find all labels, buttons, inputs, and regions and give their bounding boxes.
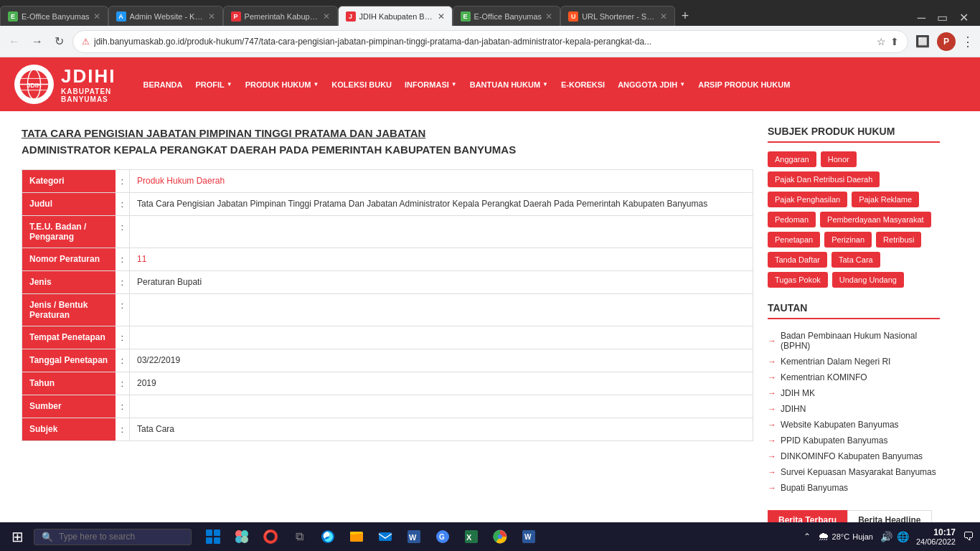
tag-honor[interactable]: Honor	[821, 151, 857, 167]
taskbar-app-chrome-g[interactable]: G	[430, 524, 456, 545]
tag-undang-undang[interactable]: Undang Undang	[832, 272, 904, 288]
nav-profil[interactable]: PROFIL ▼	[189, 76, 237, 93]
taskbar-right: ⌃ 🌧 28°C Hujan 🔊 🌐 10:17 24/06/2022 🗨	[804, 527, 974, 545]
link-bupati[interactable]: Bupati Banyumas	[781, 483, 848, 493]
field-value-judul: Tata Cara Pengisian Jabatan Pimpinan Tin…	[130, 193, 753, 216]
tab-title-6: URL Shortener - Shor...	[582, 12, 656, 21]
taskbar-app-files[interactable]	[344, 524, 369, 545]
field-value-subjek: Tata Cara	[130, 418, 753, 441]
extensions-button[interactable]: 🔲	[915, 34, 930, 48]
tag-anggaran[interactable]: Anggaran	[768, 151, 816, 167]
taskbar-app-word[interactable]: W	[401, 524, 427, 545]
start-button[interactable]: ⊞	[6, 525, 29, 545]
link-website-banyumas[interactable]: Website Kabupaten Banyumas	[781, 420, 899, 430]
table-row: Nomor Peraturan : 11	[22, 248, 753, 271]
tab-close-3[interactable]: ✕	[323, 11, 330, 22]
kategori-link[interactable]: Produk Hukum Daerah	[137, 176, 225, 186]
browser-tab-3[interactable]: P Pemerintah Kabupate... ✕	[223, 6, 338, 26]
nomor-link[interactable]: 11	[137, 254, 146, 264]
tag-tugas-pokok[interactable]: Tugas Pokok	[768, 272, 828, 288]
restore-button[interactable]: ▭	[933, 9, 952, 26]
taskbar-app-colorful[interactable]	[229, 524, 255, 545]
nav-bantuan-hukum[interactable]: BANTUAN HUKUM ▼	[464, 76, 554, 93]
link-kemendagri[interactable]: Kementrian Dalam Negeri RI	[781, 357, 890, 367]
forward-button[interactable]: →	[29, 32, 46, 51]
table-row: Tanggal Penetapan : 03/22/2019	[22, 349, 753, 372]
nav-arsip-produk-hukum[interactable]: ARSIP PRODUK HUKUM	[692, 76, 796, 93]
tag-perizinan[interactable]: Perizinan	[824, 232, 872, 248]
tag-pemberdayaan[interactable]: Pemberdayaan Masyarakat	[820, 212, 931, 227]
chrome-g-icon: G	[435, 529, 451, 545]
minimize-button[interactable]: ─	[913, 10, 930, 26]
list-item: → PPID Kabupaten Banyumas	[768, 433, 940, 448]
network-icon[interactable]: 🌐	[897, 531, 909, 542]
browser-tab-2[interactable]: A Admin Website - Kabu... ✕	[108, 6, 223, 26]
chevron-icon[interactable]: ⌃	[804, 532, 811, 542]
logo-circle: JDIH	[14, 65, 54, 104]
tag-penetapan[interactable]: Penetapan	[768, 232, 820, 248]
search-input[interactable]	[59, 532, 174, 542]
tab-close-5[interactable]: ✕	[545, 11, 552, 22]
taskbar-app-task-view[interactable]: ⧉	[286, 524, 312, 545]
browser-menu-button[interactable]: ⋮	[961, 34, 974, 50]
files-icon	[349, 529, 364, 545]
tag-retribusi[interactable]: Retribusi	[876, 232, 921, 248]
taskbar-app-chrome[interactable]	[487, 524, 513, 545]
field-label-tempat: Tempat Penetapan	[22, 326, 116, 349]
nav-e-koreksi[interactable]: E-KOREKSI	[555, 76, 611, 93]
notification-button[interactable]: 🗨	[963, 530, 974, 543]
nav-produk-hukum[interactable]: PRODUK HUKUM ▼	[240, 76, 325, 93]
speaker-icon[interactable]: 🔊	[880, 531, 892, 542]
bookmark-button[interactable]: ☆	[877, 36, 886, 47]
tab-close-2[interactable]: ✕	[208, 11, 215, 22]
tag-tata-cara[interactable]: Tata Cara	[831, 252, 880, 268]
nav-informasi[interactable]: INFORMASI ▼	[399, 76, 463, 93]
tab-close-4[interactable]: ✕	[438, 11, 445, 22]
tag-pajak-penghasilan[interactable]: Pajak Penghasilan	[768, 192, 847, 207]
link-jdihn[interactable]: JDIHN	[781, 404, 806, 414]
field-value-teu	[130, 216, 753, 248]
field-value-tempat	[130, 326, 753, 349]
window-controls: ─ ▭ ✕	[913, 9, 980, 26]
main-content: TATA CARA PENGISIAN JABATAN PIMPINAN TIN…	[0, 111, 961, 545]
tab-favicon-4: J	[346, 11, 356, 22]
browser-tab-1[interactable]: E E-Office Banyumas ✕	[0, 6, 108, 26]
taskbar-app-excel[interactable]: X	[458, 524, 484, 545]
nav-koleksi-buku[interactable]: KOLEKSI BUKU	[326, 76, 397, 93]
back-button[interactable]: ←	[6, 32, 23, 51]
link-survei[interactable]: Survei Kepuasan Masyarakat Banyumas	[781, 467, 936, 477]
link-jdih-mk[interactable]: JDIH MK	[781, 388, 815, 398]
profile-button[interactable]: P	[937, 32, 956, 51]
tag-pedoman[interactable]: Pedoman	[768, 212, 816, 227]
tag-pajak-retribusi[interactable]: Pajak Dan Retribusi Daerah	[768, 171, 880, 187]
url-bar[interactable]: ⚠ jdih.banyumaskab.go.id/produk-hukum/74…	[72, 30, 908, 53]
tab-close-1[interactable]: ✕	[93, 11, 100, 22]
link-ppid[interactable]: PPID Kabupaten Banyumas	[781, 435, 887, 446]
article-title-underlined: TATA CARA PENGISIAN JABATAN PIMPINAN TIN…	[22, 127, 425, 139]
taskbar-app-explorer[interactable]	[200, 524, 226, 545]
close-button[interactable]: ✕	[955, 9, 973, 26]
link-dinkominfo[interactable]: DINKOMINFO Kabupaten Banyumas	[781, 451, 923, 461]
search-bar[interactable]: 🔍	[34, 529, 192, 545]
taskbar-app-mail[interactable]	[372, 524, 398, 545]
nav-beranda[interactable]: BERANDA	[137, 76, 188, 93]
browser-tab-4-active[interactable]: J JDIH Kabupaten Bany... ✕	[338, 6, 453, 26]
link-kominfo[interactable]: Kementrian KOMINFO	[781, 372, 867, 382]
logo-svg: JDIH	[18, 68, 50, 100]
tag-pajak-reklame[interactable]: Pajak Reklame	[852, 192, 919, 207]
nav-anggota-jdih[interactable]: ANGGOTA JDIH ▼	[612, 76, 691, 93]
taskbar-app-edge[interactable]	[315, 524, 341, 545]
share-button[interactable]: ⬆	[890, 36, 899, 47]
reload-button[interactable]: ↻	[52, 32, 67, 51]
links-title: TAUTAN	[768, 302, 940, 319]
link-bphn[interactable]: Badan Pembinaan Hukum Nasional (BPHN)	[781, 331, 940, 351]
field-value-tahun: 2019	[130, 372, 753, 395]
tab-close-6[interactable]: ✕	[660, 11, 667, 22]
new-tab-button[interactable]: +	[675, 6, 695, 26]
taskbar-app-ms-w[interactable]: W	[516, 524, 542, 545]
field-value-jenis: Peraturan Bupati	[130, 271, 753, 294]
browser-tab-6[interactable]: U URL Shortener - Shor... ✕	[560, 6, 675, 26]
tag-tanda-daftar[interactable]: Tanda Daftar	[768, 252, 827, 268]
browser-tab-5[interactable]: E E-Office Banyumas ✕	[453, 6, 561, 26]
taskbar-app-search[interactable]: ⭕	[258, 524, 283, 545]
